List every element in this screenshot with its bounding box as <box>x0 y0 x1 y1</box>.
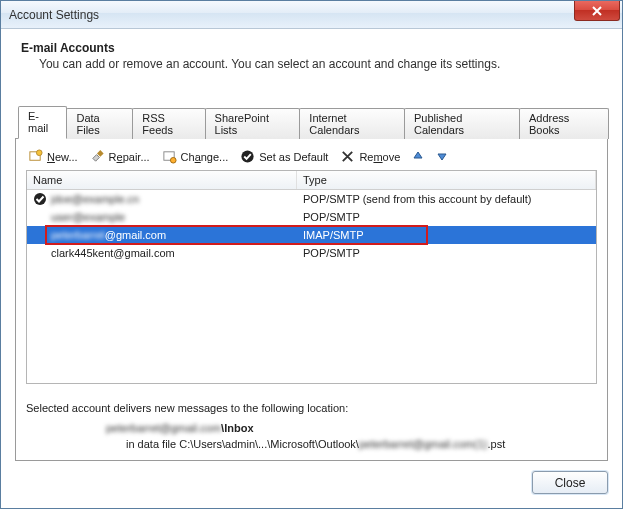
account-name: clark445kent@gmail.com <box>51 247 175 259</box>
arrow-down-icon <box>436 150 448 164</box>
svg-point-1 <box>36 150 42 156</box>
tab-rss-feeds[interactable]: RSS Feeds <box>132 108 205 139</box>
column-type[interactable]: Type <box>297 171 596 189</box>
dialog-footer: Close <box>15 461 608 494</box>
delivery-folder: peterbarret@gmail.com\Inbox <box>26 422 597 434</box>
close-button[interactable]: Close <box>532 471 608 494</box>
column-name[interactable]: Name <box>27 171 297 189</box>
account-name: jdoe@example.cn <box>51 193 139 205</box>
tab-address-books[interactable]: Address Books <box>519 108 609 139</box>
account-row[interactable]: jdoe@example.cn POP/SMTP (send from this… <box>27 190 596 208</box>
listview-body: jdoe@example.cn POP/SMTP (send from this… <box>27 190 596 262</box>
heading-title: E-mail Accounts <box>21 41 602 55</box>
heading-subtitle: You can add or remove an account. You ca… <box>39 57 602 71</box>
delivery-datafile: in data file C:\Users\admin\...\Microsof… <box>26 438 597 450</box>
move-up-button[interactable] <box>412 150 424 164</box>
delivery-intro: Selected account delivers new messages t… <box>26 402 597 414</box>
svg-point-4 <box>170 157 176 163</box>
account-row[interactable]: clark445kent@gmail.com POP/SMTP <box>27 244 596 262</box>
remove-button[interactable]: Remove <box>340 149 400 164</box>
remove-icon <box>340 149 355 164</box>
tab-data-files[interactable]: Data Files <box>66 108 133 139</box>
tab-sharepoint-lists[interactable]: SharePoint Lists <box>205 108 301 139</box>
account-name: user@example <box>51 211 125 223</box>
dialog-body: E-mail Accounts You can add or remove an… <box>1 29 622 508</box>
heading-block: E-mail Accounts You can add or remove an… <box>15 41 608 83</box>
default-check-icon <box>33 192 47 206</box>
delivery-location-block: Selected account delivers new messages t… <box>26 402 597 450</box>
window-title: Account Settings <box>9 8 99 22</box>
tabstrip: E-mail Data Files RSS Feeds SharePoint L… <box>15 105 608 138</box>
change-button[interactable]: Change... <box>162 149 229 164</box>
account-type: POP/SMTP <box>297 246 596 260</box>
accounts-listview: Name Type jdoe@example.cn POP/SMTP (send… <box>26 170 597 384</box>
tab-published-calendars[interactable]: Published Calendars <box>404 108 520 139</box>
account-type: POP/SMTP (send from this account by defa… <box>297 192 596 206</box>
account-row-selected[interactable]: peterbarret@gmail.com IMAP/SMTP <box>27 226 596 244</box>
account-name: peterbarret@gmail.com <box>51 229 166 241</box>
tab-page-email: New... Repair... Change... <box>15 138 608 461</box>
titlebar: Account Settings <box>1 1 622 29</box>
close-icon <box>592 6 602 16</box>
window-close-button[interactable] <box>574 1 620 21</box>
toolbar: New... Repair... Change... <box>26 147 597 170</box>
set-default-button[interactable]: Set as Default <box>240 149 328 164</box>
arrow-up-icon <box>412 150 424 164</box>
tab-email[interactable]: E-mail <box>18 106 67 139</box>
check-circle-icon <box>240 149 255 164</box>
listview-header: Name Type <box>27 171 596 190</box>
account-row[interactable]: user@example POP/SMTP <box>27 208 596 226</box>
account-type: IMAP/SMTP <box>297 228 596 242</box>
account-settings-window: Account Settings E-mail Accounts You can… <box>0 0 623 509</box>
account-type: POP/SMTP <box>297 210 596 224</box>
repair-button[interactable]: Repair... <box>90 149 150 164</box>
change-icon <box>162 149 177 164</box>
new-icon <box>28 149 43 164</box>
move-down-button[interactable] <box>436 150 448 164</box>
tab-internet-calendars[interactable]: Internet Calendars <box>299 108 405 139</box>
new-button[interactable]: New... <box>28 149 78 164</box>
repair-icon <box>90 149 105 164</box>
